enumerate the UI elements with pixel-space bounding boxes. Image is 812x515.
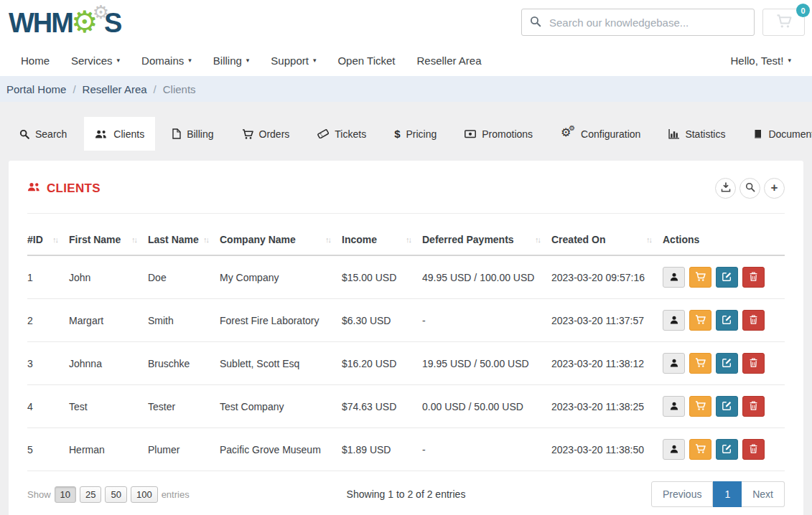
sort-icon[interactable]: ↑↓: [325, 235, 330, 244]
client-order-button[interactable]: [689, 439, 711, 460]
cell-created-on: 2023-03-20 11:38:12: [551, 342, 663, 385]
next-page-button[interactable]: Next: [742, 481, 785, 507]
tab-configuration[interactable]: ⚙⚙ Configuration: [550, 117, 651, 151]
column-header-company-name[interactable]: Company Name ↑↓: [220, 225, 342, 255]
cell-actions: [663, 342, 785, 385]
tab-orders[interactable]: Orders: [231, 117, 301, 151]
add-client-button[interactable]: +: [764, 178, 785, 199]
sort-icon[interactable]: ↑↓: [535, 235, 540, 244]
nav-item-home[interactable]: Home: [10, 44, 60, 76]
column-header-first-name[interactable]: First Name ↑↓: [69, 225, 148, 255]
client-delete-button[interactable]: [742, 310, 765, 331]
nav-item-support[interactable]: Support ▾: [260, 44, 327, 76]
sort-icon[interactable]: ↑↓: [646, 235, 651, 244]
knowledgebase-search: [521, 9, 755, 36]
client-profile-button[interactable]: [663, 396, 685, 417]
cell-deferred-payments: 49.95 USD / 100.00 USD: [422, 255, 551, 299]
cart-button[interactable]: 0: [762, 9, 805, 36]
client-edit-button[interactable]: [716, 310, 738, 331]
filter-search-button[interactable]: [739, 178, 760, 199]
chevron-down-icon: ▾: [788, 57, 791, 64]
page-title: CLIENTS: [27, 181, 101, 196]
client-profile-button[interactable]: [663, 353, 685, 374]
table-row: 2 Margart Smith Forest Fire Laboratory $…: [27, 299, 785, 342]
cell-company-name: My Company: [220, 255, 342, 299]
tab-statistics[interactable]: Statistics: [658, 117, 736, 151]
client-delete-button[interactable]: [742, 353, 765, 374]
cell-id: 4: [27, 385, 69, 428]
cell-first-name: Herman: [69, 428, 148, 471]
client-delete-button[interactable]: [742, 439, 765, 460]
tab-tickets[interactable]: Tickets: [307, 117, 377, 151]
client-delete-button[interactable]: [742, 396, 765, 417]
tab-pricing[interactable]: $ Pricing: [383, 117, 447, 151]
page-size-50[interactable]: 50: [105, 486, 126, 503]
clients-panel: CLIENTS + #ID ↑↓ First Na: [9, 161, 803, 515]
column-header-income[interactable]: Income ↑↓: [342, 225, 422, 255]
search-input[interactable]: [521, 9, 755, 36]
cell-actions: [663, 299, 785, 342]
nav-item-open-ticket[interactable]: Open Ticket: [327, 44, 406, 76]
previous-page-button[interactable]: Previous: [651, 481, 713, 507]
nav-item-services[interactable]: Services ▾: [60, 44, 131, 76]
sort-icon[interactable]: ↑↓: [131, 235, 136, 244]
sort-icon[interactable]: ↑↓: [406, 235, 411, 244]
cell-income: $16.20 USD: [342, 342, 422, 385]
page-size-100[interactable]: 100: [131, 486, 158, 503]
column-header-last-name[interactable]: Last Name ↑↓: [148, 225, 220, 255]
page-1-button[interactable]: 1: [713, 481, 742, 507]
plus-icon: +: [771, 181, 778, 194]
client-edit-button[interactable]: [716, 396, 738, 417]
page-size-25[interactable]: 25: [80, 486, 101, 503]
ticket-icon: [317, 129, 329, 138]
nav-item-reseller-area[interactable]: Reseller Area: [406, 44, 492, 76]
nav-item-domains[interactable]: Domains ▾: [131, 44, 202, 76]
tab-clients[interactable]: Clients: [84, 117, 155, 151]
nav-item-billing[interactable]: Billing ▾: [202, 44, 261, 76]
cell-id: 3: [27, 342, 69, 385]
user-menu[interactable]: Hello, Test! ▾: [720, 44, 802, 76]
cell-last-name: Bruschke: [148, 342, 220, 385]
cell-company-name: Pacific Grove Museum: [220, 428, 342, 471]
cart-icon: [242, 129, 253, 139]
cart-icon: [695, 444, 706, 455]
client-profile-button[interactable]: [663, 439, 685, 460]
sort-icon[interactable]: ↑↓: [203, 235, 208, 244]
breadcrumb-reseller-area[interactable]: Reseller Area: [83, 83, 147, 95]
reseller-tabs: Search Clients Billing Orders Tickets $ …: [9, 117, 803, 151]
breadcrumb-portal-home[interactable]: Portal Home: [6, 83, 66, 95]
tab-billing[interactable]: Billing: [162, 117, 224, 151]
client-delete-button[interactable]: [742, 267, 765, 288]
client-profile-button[interactable]: [663, 310, 685, 331]
client-order-button[interactable]: [689, 396, 711, 417]
cart-count-badge: 0: [796, 4, 810, 17]
main-nav: Home Services ▾ Domains ▾ Billing ▾ Supp…: [0, 44, 812, 76]
cell-first-name: John: [69, 255, 148, 299]
sort-icon[interactable]: ↑↓: [52, 235, 57, 244]
client-order-button[interactable]: [689, 353, 711, 374]
site-header: WHM ⚙ ⚙ S 0: [0, 0, 812, 44]
client-edit-button[interactable]: [716, 353, 738, 374]
page-size-10[interactable]: 10: [55, 486, 76, 503]
chevron-down-icon: ▾: [246, 57, 250, 64]
user-icon: [670, 358, 678, 369]
table-row: 4 Test Tester Test Company $74.63 USD 0.…: [27, 385, 785, 428]
export-download-button[interactable]: [715, 178, 736, 199]
tab-search[interactable]: Search: [9, 117, 78, 151]
whmcs-logo[interactable]: WHM ⚙ ⚙ S: [9, 6, 121, 39]
users-icon: [95, 129, 108, 139]
client-edit-button[interactable]: [716, 267, 738, 288]
cart-icon: [695, 401, 706, 412]
cart-icon: [695, 315, 706, 326]
user-icon: [670, 315, 678, 326]
column-header-id[interactable]: #ID ↑↓: [27, 225, 69, 255]
client-order-button[interactable]: [689, 310, 711, 331]
client-edit-button[interactable]: [716, 439, 738, 460]
client-profile-button[interactable]: [663, 267, 685, 288]
trash-icon: [750, 401, 757, 412]
column-header-deferred-payments[interactable]: Deferred Payments ↑↓: [422, 225, 551, 255]
tab-documentation[interactable]: Documentation: [742, 117, 812, 151]
client-order-button[interactable]: [689, 267, 711, 288]
column-header-created-on[interactable]: Created On ↑↓: [551, 225, 663, 255]
tab-promotions[interactable]: Promotions: [454, 117, 543, 151]
